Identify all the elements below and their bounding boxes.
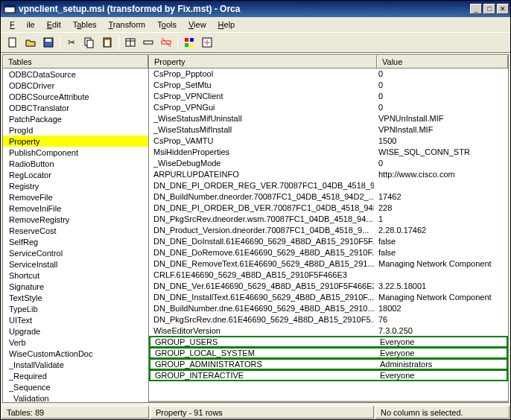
table-row[interactable]: ODBCTranslator [3, 102, 148, 113]
open-icon[interactable] [22, 34, 39, 51]
property-cell[interactable]: DN_PkgSrcRev.dneorder.wsm.70087FC1_04DB_… [149, 214, 374, 225]
property-cell[interactable]: MsiHiddenProperties [149, 147, 374, 158]
property-cell[interactable]: DN_DNE_Ver.61E46690_5629_4B8D_AB15_2910F… [149, 281, 374, 292]
table-row[interactable]: ODBCDataSource [3, 69, 148, 80]
value-cell[interactable]: VPNInstall.MIF [374, 124, 508, 136]
value-cell[interactable]: 76 [374, 314, 508, 325]
table-row[interactable]: Property [3, 136, 148, 147]
menu-view[interactable]: View [182, 19, 212, 31]
property-cell[interactable]: DN_DNE_DoRemove.61E46690_5629_4B8D_AB15_… [149, 247, 374, 258]
property-row[interactable]: ARPURLUPDATEINFOhttp://www.cisco.com [149, 169, 508, 180]
table-row[interactable]: Upgrade [3, 325, 148, 337]
value-cell[interactable]: 17462 [374, 191, 508, 203]
property-row[interactable]: CsProp_SetMtu0 [149, 80, 508, 91]
menu-transform[interactable]: Transform [103, 19, 152, 31]
property-column-header[interactable]: Property [149, 55, 377, 68]
value-cell[interactable]: 0 [374, 69, 508, 80]
table-row[interactable]: RadioButton [3, 158, 148, 169]
property-row[interactable]: DN_PkgSrcRev.dneorder.wsm.70087FC1_04DB_… [149, 214, 508, 225]
property-cell[interactable]: GROUP_USERS [150, 337, 375, 346]
property-list[interactable]: CsProp_Ppptool0CsProp_SetMtu0CsProp_VPNC… [149, 69, 508, 399]
property-cell[interactable]: _WiseStatusMifInstall [149, 124, 374, 136]
value-cell[interactable]: Everyone [375, 337, 507, 346]
property-row[interactable]: DN_PkgSrcRev.dne.61E46690_5629_4B8D_AB15… [149, 314, 508, 325]
value-cell[interactable]: 1500 [374, 136, 508, 147]
property-cell[interactable]: DN_BuildNumber.dneorder.70087FC1_04DB_45… [149, 191, 374, 203]
property-cell[interactable]: DN_Product_Version.dneorder.70087FC1_04D… [149, 225, 374, 236]
table-row[interactable]: _Required [3, 370, 148, 381]
value-cell[interactable]: false [374, 236, 508, 247]
horizontal-splitter[interactable] [149, 399, 508, 402]
table-row[interactable]: RegLocator [3, 169, 148, 180]
property-cell[interactable]: DN_DNE_PI_ORDER_REG_VER.70087FC1_04DB_45… [149, 180, 374, 191]
table-row[interactable]: WiseCustomActionDoc [3, 348, 148, 359]
value-cell[interactable]: false [374, 247, 508, 258]
value-cell[interactable]: Administrators [375, 360, 507, 369]
cut-icon[interactable]: ✂ [63, 34, 80, 51]
property-cell[interactable]: DN_PkgSrcRev.dne.61E46690_5629_4B8D_AB15… [149, 314, 374, 325]
value-cell[interactable]: VPNUnInstall.MIF [374, 113, 508, 124]
table-row[interactable]: RemoveRegistry [3, 214, 148, 225]
value-cell[interactable]: 0 [374, 158, 508, 169]
property-cell[interactable]: DN_DNE_InstallText.61E46690_5629_4B8D_AB… [149, 292, 374, 303]
property-row[interactable]: CRLF.61E46690_5629_4B8D_AB15_2910F5F466E… [149, 270, 508, 281]
value-cell[interactable]: 0 [374, 102, 508, 113]
table-row[interactable]: Registry [3, 180, 148, 191]
value-column-header[interactable]: Value [377, 55, 508, 68]
value-cell[interactable]: 2.28.0.17462 [374, 225, 508, 236]
property-cell[interactable]: CsProp_SetMtu [149, 80, 374, 91]
property-row[interactable]: DN_DNE_InstallText.61E46690_5629_4B8D_AB… [149, 292, 508, 303]
minimize-button[interactable]: _ [470, 4, 482, 14]
property-row[interactable]: GROUP_ADMINISTRATORSAdministrators [149, 358, 508, 370]
property-row[interactable]: DN_DNE_Ver.61E46690_5629_4B8D_AB15_2910F… [149, 281, 508, 292]
value-cell[interactable]: 228 [374, 203, 508, 214]
property-row[interactable]: DN_DNE_PI_ORDER_DB_VER.70087FC1_04DB_451… [149, 203, 508, 214]
delete-row-icon[interactable] [157, 34, 175, 51]
property-row[interactable]: DN_DNE_PI_ORDER_REG_VER.70087FC1_04DB_45… [149, 180, 508, 191]
menu-edit[interactable]: Edit [41, 19, 67, 31]
value-cell[interactable] [374, 270, 508, 281]
property-cell[interactable]: DN_DNE_DoInstall.61E46690_5629_4B8D_AB15… [149, 236, 374, 247]
value-cell[interactable]: http://www.cisco.com [374, 169, 508, 180]
property-row[interactable]: _WiseDebugMode0 [149, 158, 508, 169]
property-row[interactable]: _WiseStatusMifInstallVPNInstall.MIF [149, 124, 508, 136]
table-row[interactable]: TypeLib [3, 303, 148, 314]
table-row[interactable]: ReserveCost [3, 225, 148, 236]
menu-tools[interactable]: Tools [151, 19, 182, 31]
property-row[interactable]: CsProp_VAMTU1500 [149, 136, 508, 147]
property-row[interactable]: DN_Product_Version.dneorder.70087FC1_04D… [149, 225, 508, 236]
table-row[interactable]: ProgId [3, 124, 148, 136]
new-table-icon[interactable] [121, 34, 139, 51]
close-button[interactable]: ✕ [497, 4, 509, 14]
value-cell[interactable]: 18002 [374, 303, 508, 314]
value-cell[interactable]: 7.3.0.250 [374, 325, 508, 337]
table-row[interactable]: Shortcut [3, 270, 148, 281]
property-row[interactable]: MsiHiddenPropertiesWISE_SQL_CONN_STR [149, 147, 508, 158]
table-row[interactable]: _Sequence [3, 381, 148, 392]
property-cell[interactable]: DN_DNE_RemoveText.61E46690_5629_4B8D_AB1… [149, 258, 374, 270]
value-cell[interactable]: 1 [374, 214, 508, 225]
table-row[interactable]: _Validation [3, 392, 148, 402]
property-cell[interactable]: GROUP_LOCAL_SYSTEM [150, 349, 375, 357]
validate-icon[interactable] [180, 34, 198, 51]
value-cell[interactable]: Everyone [375, 349, 507, 357]
property-row[interactable]: CsProp_Ppptool0 [149, 69, 508, 80]
property-row[interactable]: _WiseStatusMifUninstallVPNUnInstall.MIF [149, 113, 508, 124]
property-row[interactable]: CsProp_VPNGui0 [149, 102, 508, 113]
table-row[interactable]: ServiceInstall [3, 258, 148, 270]
property-row[interactable]: DN_DNE_DoInstall.61E46690_5629_4B8D_AB15… [149, 236, 508, 247]
property-cell[interactable]: CsProp_Ppptool [149, 69, 374, 80]
property-row[interactable]: GROUP_USERSEveryone [149, 336, 508, 348]
value-cell[interactable]: 3.22.5.18001 [374, 281, 508, 292]
property-cell[interactable]: DN_BuildNumber.dne.61E46690_5629_4B8D_AB… [149, 303, 374, 314]
new-icon[interactable] [4, 34, 22, 51]
property-cell[interactable]: GROUP_ADMINISTRATORS [150, 360, 375, 369]
property-cell[interactable]: WiseEditorVersion [149, 325, 374, 337]
table-row[interactable]: RemoveFile [3, 191, 148, 203]
copy-icon[interactable] [80, 34, 98, 51]
value-cell[interactable] [374, 180, 508, 191]
table-row[interactable]: PatchPackage [3, 113, 148, 124]
paste-icon[interactable] [98, 34, 116, 51]
property-row[interactable]: CsProp_VPNClient0 [149, 91, 508, 102]
table-row[interactable]: SelfReg [3, 236, 148, 247]
